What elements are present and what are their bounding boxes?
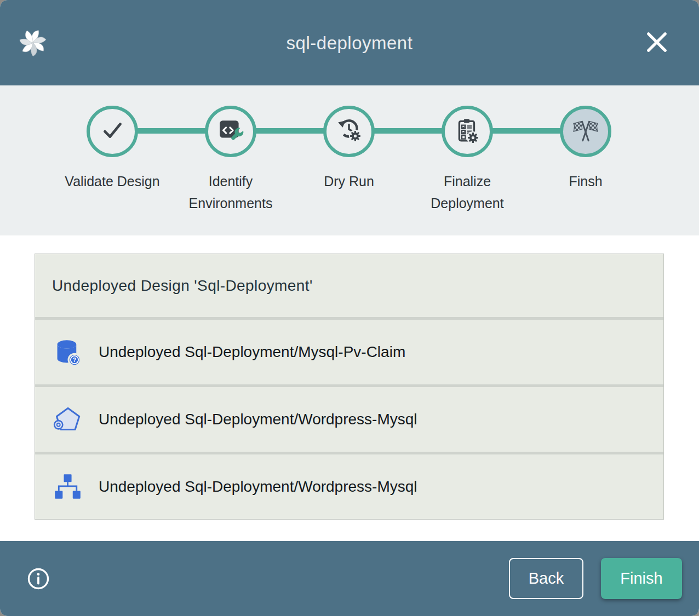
results-title-row: Undeployed Design 'Sql-Deployment'	[35, 254, 663, 317]
clipboard-gear-icon	[454, 117, 481, 146]
database-question-icon: ?	[53, 338, 82, 366]
step-circle-dry-run[interactable]	[323, 106, 375, 157]
step-label: Identify Environments	[180, 170, 281, 214]
step-circle-finalize-deployment[interactable]	[442, 106, 493, 157]
wizard-stepper: Validate Design Identify Environments	[0, 85, 699, 235]
step-circle-validate-design[interactable]	[87, 106, 138, 157]
step-finish: Finsh	[526, 85, 645, 214]
deployment-wizard-dialog: sql-deployment Validate Design	[0, 0, 699, 616]
topology-icon	[53, 473, 82, 501]
close-icon[interactable]	[645, 31, 668, 54]
results-panel: Undeployed Design 'Sql-Deployment' ? Und…	[35, 254, 664, 520]
step-finalize-deployment: Finalize Deployment	[408, 85, 526, 214]
result-text: Undeployed Sql-Deployment/Mysql-Pv-Claim	[99, 343, 405, 361]
info-icon[interactable]	[27, 567, 50, 590]
result-row: ? Undeployed Sql-Deployment/Mysql-Pv-Cla…	[35, 320, 663, 384]
step-dry-run: Dry Run	[290, 85, 408, 214]
back-button[interactable]: Back	[509, 558, 583, 599]
step-circle-finish[interactable]	[560, 106, 611, 157]
svg-text:?: ?	[73, 357, 76, 363]
step-validate-design: Validate Design	[53, 85, 171, 214]
result-text: Undeployed Sql-Deployment/Wordpress-Mysq…	[99, 478, 417, 496]
result-row: Undeployed Sql-Deployment/Wordpress-Mysq…	[35, 387, 663, 452]
step-label: Finalize Deployment	[417, 170, 518, 214]
result-row: Undeployed Sql-Deployment/Wordpress-Mysq…	[35, 454, 663, 519]
dialog-footer: Back Finish	[0, 541, 699, 616]
step-identify-environments: Identify Environments	[171, 85, 290, 214]
dialog-title: sql-deployment	[0, 33, 699, 54]
finish-button[interactable]: Finish	[601, 558, 682, 599]
step-label: Dry Run	[324, 170, 374, 192]
step-label: Validate Design	[65, 170, 159, 192]
results-area: Undeployed Design 'Sql-Deployment' ? Und…	[0, 235, 699, 541]
pod-icon	[53, 405, 82, 434]
checkered-flags-icon	[572, 117, 599, 146]
history-gear-icon	[335, 117, 363, 146]
results-title-text: Undeployed Design 'Sql-Deployment'	[52, 277, 313, 295]
step-label: Finsh	[569, 170, 602, 192]
dialog-header: sql-deployment	[0, 0, 699, 85]
code-wrench-icon	[217, 117, 244, 146]
check-icon	[99, 117, 126, 146]
result-text: Undeployed Sql-Deployment/Wordpress-Mysq…	[99, 411, 417, 428]
step-circle-identify-environments[interactable]	[205, 106, 256, 157]
